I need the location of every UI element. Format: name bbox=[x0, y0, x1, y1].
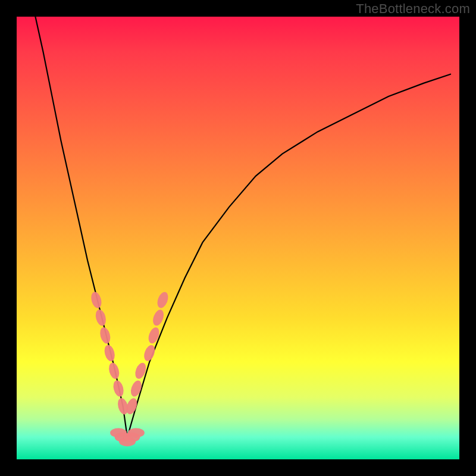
data-marker bbox=[103, 344, 117, 362]
data-marker bbox=[107, 362, 121, 380]
plot-area bbox=[17, 17, 459, 459]
data-marker bbox=[90, 291, 104, 309]
data-marker bbox=[98, 326, 112, 345]
bottleneck-curve bbox=[35, 17, 450, 437]
watermark-text: TheBottleneck.com bbox=[356, 1, 470, 17]
chart-frame: TheBottleneck.com bbox=[0, 0, 476, 476]
data-marker bbox=[155, 290, 170, 309]
data-marker bbox=[128, 428, 145, 437]
data-marker bbox=[151, 308, 166, 327]
data-marker bbox=[142, 344, 157, 363]
data-marker bbox=[94, 308, 108, 327]
curve-layer bbox=[17, 17, 459, 459]
data-marker bbox=[146, 326, 161, 345]
data-marker bbox=[112, 379, 126, 397]
data-marker bbox=[133, 361, 148, 380]
